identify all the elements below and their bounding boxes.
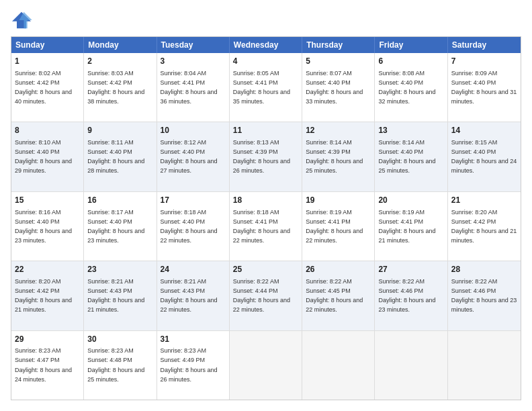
day-cell-15: 15Sunrise: 8:16 AMSunset: 4:40 PMDayligh… [11,192,84,261]
day-number: 30 [87,334,152,345]
day-number: 2 [87,56,152,67]
day-number: 3 [161,56,226,67]
cell-info: Sunrise: 8:22 AMSunset: 4:45 PMDaylight:… [306,278,363,313]
day-cell-22: 22Sunrise: 8:20 AMSunset: 4:42 PMDayligh… [11,261,84,330]
calendar-week-2: 8Sunrise: 8:10 AMSunset: 4:40 PMDaylight… [11,122,521,191]
cell-info: Sunrise: 8:22 AMSunset: 4:44 PMDaylight:… [233,278,290,313]
header [11,11,521,30]
day-number: 5 [306,56,371,67]
day-number: 19 [306,195,371,206]
cell-info: Sunrise: 8:04 AMSunset: 4:41 PMDaylight:… [161,70,218,105]
header-day-saturday: Saturday [448,37,521,53]
cell-info: Sunrise: 8:16 AMSunset: 4:40 PMDaylight:… [15,209,72,244]
cell-info: Sunrise: 8:20 AMSunset: 4:42 PMDaylight:… [15,278,72,313]
day-cell-14: 14Sunrise: 8:15 AMSunset: 4:40 PMDayligh… [448,122,521,191]
header-day-sunday: Sunday [11,37,84,53]
day-cell-11: 11Sunrise: 8:13 AMSunset: 4:39 PMDayligh… [230,122,302,191]
cell-info: Sunrise: 8:08 AMSunset: 4:40 PMDaylight:… [378,70,435,105]
cell-info: Sunrise: 8:23 AMSunset: 4:47 PMDaylight:… [15,347,72,382]
day-cell-31: 31Sunrise: 8:23 AMSunset: 4:49 PMDayligh… [157,331,230,400]
day-number: 8 [15,125,80,136]
day-cell-16: 16Sunrise: 8:17 AMSunset: 4:40 PMDayligh… [84,192,157,261]
day-cell-24: 24Sunrise: 8:21 AMSunset: 4:43 PMDayligh… [157,261,230,330]
day-cell-1: 1Sunrise: 8:02 AMSunset: 4:42 PMDaylight… [11,53,84,122]
header-day-monday: Monday [84,37,157,53]
day-number: 18 [233,195,298,206]
day-number: 15 [15,195,80,206]
day-number: 23 [87,264,152,275]
cell-info: Sunrise: 8:20 AMSunset: 4:42 PMDaylight:… [451,209,517,244]
day-number: 12 [306,125,371,136]
cell-info: Sunrise: 8:14 AMSunset: 4:39 PMDaylight:… [306,139,363,174]
day-number: 16 [87,195,152,206]
cell-info: Sunrise: 8:13 AMSunset: 4:39 PMDaylight:… [233,139,290,174]
day-number: 4 [233,56,298,67]
day-cell-9: 9Sunrise: 8:11 AMSunset: 4:40 PMDaylight… [84,122,157,191]
day-number: 14 [451,125,517,136]
cell-info: Sunrise: 8:07 AMSunset: 4:40 PMDaylight:… [306,70,363,105]
day-number: 9 [87,125,152,136]
cell-info: Sunrise: 8:14 AMSunset: 4:40 PMDaylight:… [378,139,435,174]
day-number: 1 [15,56,80,67]
day-number: 10 [161,125,226,136]
page: SundayMondayTuesdayWednesdayThursdayFrid… [0,0,532,411]
empty-cell [230,331,302,400]
day-cell-12: 12Sunrise: 8:14 AMSunset: 4:39 PMDayligh… [302,122,375,191]
logo-icon [11,11,32,30]
calendar-header-row: SundayMondayTuesdayWednesdayThursdayFrid… [11,37,521,53]
cell-info: Sunrise: 8:21 AMSunset: 4:43 PMDaylight:… [87,278,144,313]
day-number: 27 [378,264,443,275]
empty-cell [302,331,375,400]
day-cell-17: 17Sunrise: 8:18 AMSunset: 4:40 PMDayligh… [157,192,230,261]
cell-info: Sunrise: 8:03 AMSunset: 4:42 PMDaylight:… [87,70,144,105]
day-cell-26: 26Sunrise: 8:22 AMSunset: 4:45 PMDayligh… [302,261,375,330]
header-day-wednesday: Wednesday [230,37,302,53]
day-cell-13: 13Sunrise: 8:14 AMSunset: 4:40 PMDayligh… [375,122,447,191]
calendar-week-5: 29Sunrise: 8:23 AMSunset: 4:47 PMDayligh… [11,331,521,400]
day-cell-7: 7Sunrise: 8:09 AMSunset: 4:40 PMDaylight… [448,53,521,122]
cell-info: Sunrise: 8:05 AMSunset: 4:41 PMDaylight:… [233,70,290,105]
day-number: 31 [161,334,226,345]
calendar-week-4: 22Sunrise: 8:20 AMSunset: 4:42 PMDayligh… [11,261,521,330]
day-cell-10: 10Sunrise: 8:12 AMSunset: 4:40 PMDayligh… [157,122,230,191]
day-number: 22 [15,264,80,275]
cell-info: Sunrise: 8:10 AMSunset: 4:40 PMDaylight:… [15,139,72,174]
day-number: 24 [161,264,226,275]
day-cell-2: 2Sunrise: 8:03 AMSunset: 4:42 PMDaylight… [84,53,157,122]
day-number: 21 [451,195,517,206]
cell-info: Sunrise: 8:09 AMSunset: 4:40 PMDaylight:… [451,70,517,105]
day-cell-4: 4Sunrise: 8:05 AMSunset: 4:41 PMDaylight… [230,53,302,122]
day-cell-30: 30Sunrise: 8:23 AMSunset: 4:48 PMDayligh… [84,331,157,400]
logo [11,11,35,30]
day-number: 11 [233,125,298,136]
cell-info: Sunrise: 8:22 AMSunset: 4:46 PMDaylight:… [378,278,435,313]
empty-cell [448,331,521,400]
cell-info: Sunrise: 8:17 AMSunset: 4:40 PMDaylight:… [87,209,144,244]
day-number: 28 [451,264,517,275]
calendar-week-1: 1Sunrise: 8:02 AMSunset: 4:42 PMDaylight… [11,53,521,122]
day-number: 7 [451,56,517,67]
calendar: SundayMondayTuesdayWednesdayThursdayFrid… [11,36,521,400]
day-cell-3: 3Sunrise: 8:04 AMSunset: 4:41 PMDaylight… [157,53,230,122]
day-cell-8: 8Sunrise: 8:10 AMSunset: 4:40 PMDaylight… [11,122,84,191]
day-cell-29: 29Sunrise: 8:23 AMSunset: 4:47 PMDayligh… [11,331,84,400]
header-day-friday: Friday [375,37,447,53]
cell-info: Sunrise: 8:02 AMSunset: 4:42 PMDaylight:… [15,70,72,105]
day-cell-23: 23Sunrise: 8:21 AMSunset: 4:43 PMDayligh… [84,261,157,330]
cell-info: Sunrise: 8:11 AMSunset: 4:40 PMDaylight:… [87,139,144,174]
calendar-week-3: 15Sunrise: 8:16 AMSunset: 4:40 PMDayligh… [11,192,521,261]
cell-info: Sunrise: 8:21 AMSunset: 4:43 PMDaylight:… [161,278,218,313]
cell-info: Sunrise: 8:12 AMSunset: 4:40 PMDaylight:… [161,139,218,174]
day-cell-25: 25Sunrise: 8:22 AMSunset: 4:44 PMDayligh… [230,261,302,330]
calendar-body: 1Sunrise: 8:02 AMSunset: 4:42 PMDaylight… [11,53,521,400]
cell-info: Sunrise: 8:18 AMSunset: 4:41 PMDaylight:… [233,209,290,244]
day-number: 20 [378,195,443,206]
day-number: 17 [161,195,226,206]
day-cell-5: 5Sunrise: 8:07 AMSunset: 4:40 PMDaylight… [302,53,375,122]
day-cell-28: 28Sunrise: 8:22 AMSunset: 4:46 PMDayligh… [448,261,521,330]
cell-info: Sunrise: 8:23 AMSunset: 4:48 PMDaylight:… [87,347,144,382]
header-day-tuesday: Tuesday [157,37,230,53]
day-cell-18: 18Sunrise: 8:18 AMSunset: 4:41 PMDayligh… [230,192,302,261]
day-cell-19: 19Sunrise: 8:19 AMSunset: 4:41 PMDayligh… [302,192,375,261]
cell-info: Sunrise: 8:15 AMSunset: 4:40 PMDaylight:… [451,139,517,174]
